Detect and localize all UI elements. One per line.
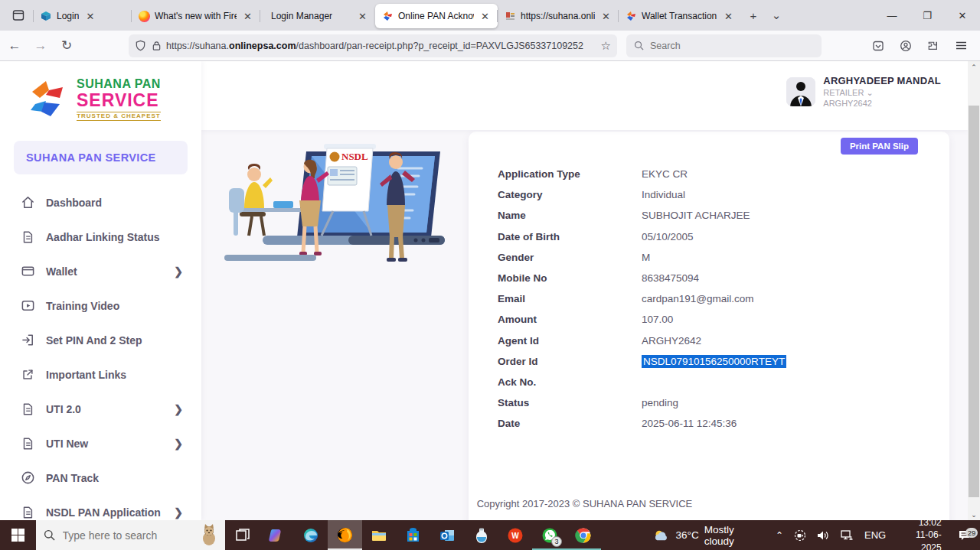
sidebar-item-dashboard[interactable]: Dashboard [0, 185, 201, 220]
microsoft-store-icon[interactable] [396, 520, 430, 550]
receipt-row: Application TypeEKYC CR [498, 164, 926, 184]
menu-icon[interactable] [949, 34, 972, 57]
tab-suhana-onlinepsa[interactable]: https://suhana.onlinep ✕ [498, 4, 619, 28]
paint3d-icon[interactable] [464, 520, 498, 550]
user-role[interactable]: RETAILER ⌄ [823, 88, 941, 98]
back-button[interactable]: ← [3, 34, 26, 57]
scroll-down-arrow[interactable]: ⌄ [968, 509, 980, 520]
chrome-icon[interactable] [567, 520, 601, 550]
close-icon[interactable]: ✕ [241, 11, 254, 22]
sidebar-item-uti-new[interactable]: UTI New ❯ [0, 426, 201, 461]
close-icon[interactable]: ✕ [83, 11, 96, 22]
tab-whats-new[interactable]: What's new with Firefo ✕ [132, 4, 260, 28]
sidebar-item-pan-track[interactable]: PAN Track [0, 461, 201, 495]
whatsapp-icon[interactable]: 3 [532, 520, 567, 550]
receipt-row: Agent IdARGHY2642 [498, 330, 926, 351]
browser-search-bar[interactable] [626, 34, 822, 57]
account-icon[interactable] [894, 34, 917, 57]
sidebar-item-set-pin-and-2-step[interactable]: Set PIN And 2 Step [0, 323, 201, 357]
brand-tagline: TRUSTED & CHEAPEST [77, 112, 161, 121]
close-icon[interactable]: ✕ [722, 11, 735, 22]
file-explorer-icon[interactable] [362, 520, 397, 550]
task-view-button[interactable] [225, 520, 260, 550]
receipt-row: CategoryIndividual [498, 184, 926, 205]
tray-expand-icon[interactable]: ⌃ [770, 520, 789, 550]
extensions-icon[interactable] [922, 34, 945, 57]
document-icon [20, 229, 35, 245]
edge-icon[interactable] [293, 520, 328, 550]
user-profile[interactable]: ARGHYADEEP MANDAL RETAILER ⌄ ARGHY2642 [786, 75, 941, 108]
sidebar-item-nsdl-pan-application[interactable]: NSDL PAN Application ❯ [0, 495, 201, 520]
receipt-row: Amount107.00 [498, 309, 926, 330]
new-tab-button[interactable]: + [743, 5, 764, 26]
language-indicator[interactable]: ENG [859, 520, 891, 550]
taskbar-clock[interactable]: 13:02 11-06-2025 [891, 516, 949, 550]
taskbar-search[interactable] [36, 520, 226, 550]
wallet-icon [20, 264, 35, 279]
sidebar-item-wallet[interactable]: Wallet ❯ [0, 254, 201, 288]
windows-taskbar: W 3 36°C Mostly cloudy ⌃ ENG 13:02 11-06… [0, 520, 980, 550]
order-id-selected-text[interactable]: NSDL07910156250000RTEYT [642, 355, 786, 368]
print-pan-slip-button[interactable]: Print PAN Slip [841, 138, 918, 155]
pocket-icon[interactable] [867, 34, 890, 57]
taskbar-weather[interactable]: 36°C Mostly cloudy [647, 520, 770, 550]
forward-button[interactable]: → [29, 34, 52, 57]
tab-wallet-transaction-report[interactable]: Wallet Transaction Rep ✕ [619, 4, 741, 28]
sidebar-item-aadhar-linking-status[interactable]: Aadhar Linking Status [0, 220, 201, 254]
url-text[interactable]: https://suhana.onlinepsa.com/dashboard/p… [166, 41, 601, 51]
sidebar-item-training-video[interactable]: Training Video [0, 288, 201, 323]
system-tray: ⌃ ENG 13:02 11-06-2025 29 [770, 520, 980, 550]
reload-button[interactable]: ↻ [55, 34, 78, 57]
tab-online-pan-acknowledgement[interactable]: Online PAN Acknowled ✕ [375, 4, 498, 28]
close-icon[interactable]: ✕ [479, 11, 492, 22]
close-window-button[interactable]: ✕ [945, 0, 980, 31]
bookmark-star-icon[interactable]: ☆ [601, 39, 611, 53]
shield-icon[interactable] [135, 40, 146, 51]
taskbar-search-input[interactable] [63, 529, 185, 542]
start-button[interactable] [0, 520, 36, 550]
suhana-favicon [381, 10, 394, 22]
firefox-taskbar-icon[interactable] [328, 520, 362, 550]
tab-login-manager[interactable]: Login Manager ✕ [260, 4, 375, 28]
svg-text:NSDL: NSDL [341, 151, 368, 162]
sidebar-item-important-links[interactable]: Important Links [0, 357, 201, 392]
outlook-icon[interactable] [430, 520, 465, 550]
volume-icon[interactable] [812, 520, 835, 550]
restore-button[interactable]: ❐ [910, 0, 945, 31]
brand-line2: SERVICE [77, 92, 161, 109]
sidebar-item-label: NSDL PAN Application [46, 506, 161, 519]
suhana-logo-icon [26, 78, 69, 121]
network-icon[interactable] [835, 520, 859, 550]
scrollbar-thumb[interactable] [969, 106, 979, 497]
receipt-row: Date2025-06-11 12:45:36 [498, 413, 926, 434]
sidebar-item-label: UTI New [46, 438, 88, 450]
chevron-right-icon: ❯ [174, 403, 183, 415]
close-icon[interactable]: ✕ [599, 11, 612, 22]
meet-now-icon[interactable] [789, 520, 812, 550]
sidebar-section-label[interactable]: SUHANA PAN SERVICE [14, 141, 188, 174]
lock-icon[interactable] [152, 41, 162, 51]
document-icon [20, 402, 35, 417]
tab-title: Login Manager [271, 11, 332, 21]
user-name: ARGHYADEEP MANDAL [823, 75, 941, 86]
close-icon[interactable]: ✕ [356, 11, 369, 22]
whatsapp-badge: 3 [551, 536, 562, 547]
vertical-scrollbar[interactable]: ⌃ ⌄ [968, 61, 980, 520]
bing-daily-animal-icon[interactable] [198, 523, 220, 546]
copilot-icon[interactable] [260, 520, 294, 550]
wps-office-icon[interactable]: W [498, 520, 533, 550]
search-input[interactable] [650, 41, 795, 51]
scroll-up-arrow[interactable]: ⌃ [968, 61, 980, 73]
tab-login[interactable]: Login ✕ [34, 4, 132, 28]
sidebar-item-uti-2-0[interactable]: UTI 2.0 ❯ [0, 392, 201, 426]
brand-logo[interactable]: SUHANA PAN SERVICE TRUSTED & CHEAPEST [0, 61, 201, 121]
url-bar[interactable]: https://suhana.onlinepsa.com/dashboard/p… [129, 34, 617, 57]
chevron-right-icon: ❯ [174, 438, 183, 450]
firefox-icon [138, 10, 150, 22]
svg-text:W: W [511, 532, 519, 540]
minimize-button[interactable]: — [874, 0, 910, 31]
notification-center-button[interactable]: 29 [949, 529, 980, 542]
firefox-view-icon[interactable] [6, 5, 31, 26]
weather-cloud-icon [653, 529, 671, 542]
list-all-tabs-button[interactable]: ⌄ [766, 5, 787, 26]
